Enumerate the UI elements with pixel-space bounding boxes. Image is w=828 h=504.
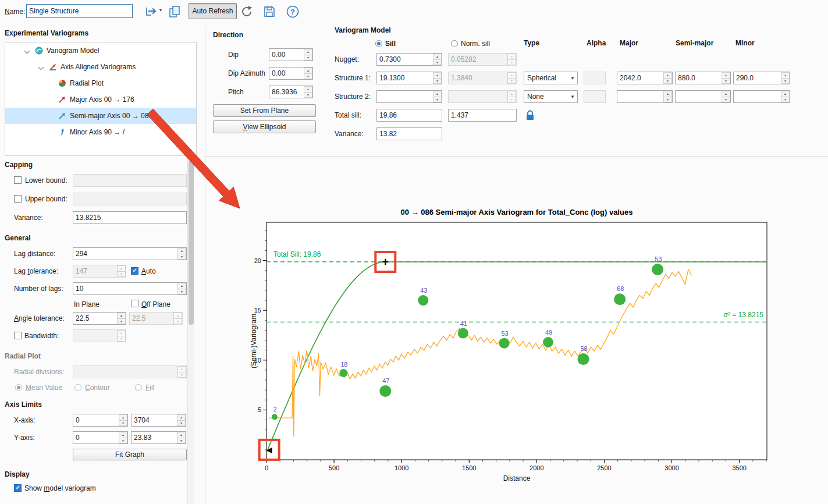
nugget-spinner[interactable]: ▲▼ xyxy=(433,54,442,65)
auto-refresh-button[interactable]: Auto Refresh xyxy=(189,3,237,19)
structure2-type-value: None xyxy=(527,93,544,101)
x-axis-min-spinner[interactable]: ▲▼ xyxy=(119,414,127,426)
general-header: General xyxy=(5,234,31,242)
structure1-type-select[interactable]: Spherical ▼ xyxy=(524,72,578,84)
dip-spinner[interactable]: ▲▼ xyxy=(304,49,312,61)
expand-caret-icon[interactable] xyxy=(24,48,30,54)
left-panel-scrollbar-thumb[interactable] xyxy=(189,161,194,325)
variogram-point[interactable] xyxy=(543,337,553,347)
structure1-alpha-input xyxy=(584,72,606,84)
structure2-semi-major-spinner[interactable]: ▲▼ xyxy=(722,91,730,102)
variance-label: σ² = 13.8215 xyxy=(724,311,764,319)
export-icon[interactable] xyxy=(143,5,158,19)
structure1-sill-spinner[interactable]: ▲▼ xyxy=(433,72,442,84)
upper-bound-checkbox[interactable] xyxy=(14,195,22,203)
alpha-column-header: Alpha xyxy=(587,39,606,47)
x-axis-max-spinner[interactable]: ▲▼ xyxy=(177,414,186,426)
tree-item-radial-plot[interactable]: Radial Plot xyxy=(5,75,196,91)
capping-variance-input[interactable] xyxy=(73,211,187,224)
help-icon[interactable]: ? xyxy=(286,5,300,19)
set-from-plane-button[interactable]: Set From Plane xyxy=(213,104,316,117)
x-tick-label: 3500 xyxy=(732,464,746,471)
expand-caret-icon[interactable] xyxy=(38,64,44,70)
structure2-major-spinner[interactable]: ▲▼ xyxy=(663,91,672,102)
total-sill-norm-input[interactable] xyxy=(448,109,517,122)
dip-azimuth-spinner[interactable]: ▲▼ xyxy=(304,68,312,79)
off-plane-label: Off Plane xyxy=(141,300,170,308)
view-ellipsoid-button[interactable]: View Ellipsoid xyxy=(213,120,316,133)
save-icon[interactable] xyxy=(262,5,276,19)
nugget-handle[interactable]: ◀ xyxy=(266,446,272,454)
chart-title: 00 → 086 Semi-major Axis Variogram for T… xyxy=(401,208,633,216)
undo-icon[interactable] xyxy=(240,5,254,19)
structure2-type-select[interactable]: None ▼ xyxy=(524,90,578,103)
tree-item-minor-axis[interactable]: Minor Axis 90 → / xyxy=(5,124,196,140)
pitch-spinner[interactable]: ▲▼ xyxy=(304,86,312,98)
total-sill-input[interactable] xyxy=(376,109,442,122)
model-variance-input[interactable] xyxy=(376,127,442,140)
y-axis-max-spinner[interactable]: ▲▼ xyxy=(177,432,186,443)
variogram-point[interactable] xyxy=(418,295,428,306)
number-of-lags-input[interactable] xyxy=(73,282,187,295)
structure2-norm-spinner: ▲▼ xyxy=(507,91,516,102)
variogram-point[interactable] xyxy=(614,293,626,305)
major-axis-icon xyxy=(58,95,67,104)
fit-graph-button[interactable]: Fit Graph xyxy=(73,449,187,460)
variogram-point[interactable] xyxy=(379,385,391,397)
tree-item-variogram-model[interactable]: Variogram Model xyxy=(5,42,196,59)
bandwidth-checkbox[interactable] xyxy=(14,332,22,339)
angle-tolerance-in-spinner[interactable]: ▲▼ xyxy=(117,313,126,324)
structure2-sill-spinner[interactable]: ▲▼ xyxy=(433,91,442,102)
sill-handle[interactable]: + xyxy=(382,255,389,268)
x-axis-label: X-axis: xyxy=(14,416,35,424)
variogram-point[interactable] xyxy=(652,264,663,275)
radial-divisions-input xyxy=(73,365,187,378)
variogram-point[interactable] xyxy=(578,353,589,365)
norm-sill-radio[interactable] xyxy=(451,40,458,47)
lag-distance-spinner[interactable]: ▲▼ xyxy=(177,248,186,260)
x-axis-title: Distance xyxy=(503,474,531,482)
y-tick-label: 15 xyxy=(254,307,261,314)
y-tick-label: 5 xyxy=(258,406,261,413)
y-tick-label: 20 xyxy=(254,257,261,264)
copy-icon[interactable] xyxy=(168,4,182,19)
variogram-point[interactable] xyxy=(458,328,468,339)
horizontal-divider xyxy=(205,156,828,157)
total-sill-label: Total sill: xyxy=(335,111,361,119)
nugget-norm-input xyxy=(448,53,517,66)
auto-checkbox[interactable] xyxy=(131,267,138,275)
variogram-point[interactable] xyxy=(272,414,278,420)
tree-item-label: Axis Aligned Variograms xyxy=(61,63,136,71)
lower-bound-label: Lower bound: xyxy=(25,176,67,184)
number-of-lags-spinner[interactable]: ▲▼ xyxy=(177,283,186,294)
off-plane-checkbox[interactable] xyxy=(131,300,138,307)
lag-distance-input[interactable] xyxy=(73,247,187,260)
export-dropdown-icon[interactable]: ▾ xyxy=(159,8,162,13)
lower-bound-checkbox[interactable] xyxy=(14,176,22,184)
chevron-down-icon: ▼ xyxy=(570,76,575,81)
structure1-major-spinner[interactable]: ▲▼ xyxy=(663,72,672,84)
y-axis-min-spinner[interactable]: ▲▼ xyxy=(119,432,127,443)
pair-count-label: 41 xyxy=(460,320,467,327)
plot-area[interactable] xyxy=(266,222,767,460)
variogram-point[interactable] xyxy=(499,338,510,349)
structure2-minor-spinner[interactable]: ▲▼ xyxy=(781,91,790,102)
lock-icon[interactable] xyxy=(525,109,535,121)
structure1-minor-spinner[interactable]: ▲▼ xyxy=(781,72,790,84)
show-model-variogram-checkbox[interactable] xyxy=(14,484,22,492)
variogram-point[interactable] xyxy=(339,369,347,377)
tree-item-major-axis[interactable]: Major Axis 00 → 176 xyxy=(5,91,196,108)
y-axis-title: (Semi-)Variogram xyxy=(250,314,258,368)
minor-axis-icon xyxy=(58,127,67,137)
x-tick-label: 1500 xyxy=(462,464,476,471)
sill-radio[interactable] xyxy=(375,40,382,47)
structure1-semi-major-spinner[interactable]: ▲▼ xyxy=(722,72,730,84)
tree-item-axis-aligned-variograms[interactable]: Axis Aligned Variograms xyxy=(5,59,196,75)
variogram-tree: Variogram Model Axis Aligned Variograms … xyxy=(5,42,197,156)
name-input[interactable] xyxy=(26,4,133,18)
total-sill-label: Total Sill: 19.86 xyxy=(273,250,321,258)
x-tick-label: 1000 xyxy=(395,464,408,471)
radial-divisions-label: Radial divisions: xyxy=(14,368,65,376)
variogram-chart[interactable]: 0500100015002000250030003500510152000 → … xyxy=(250,207,828,501)
tree-item-semi-major-axis[interactable]: Semi-major Axis 00 → 086 xyxy=(5,108,196,124)
